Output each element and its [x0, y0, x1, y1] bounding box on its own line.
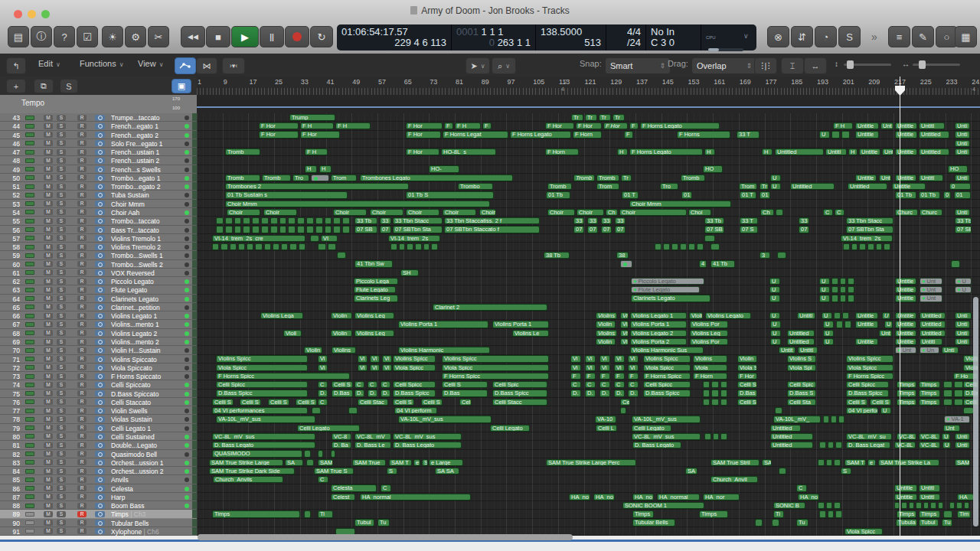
midi-region[interactable] — [620, 407, 626, 414]
midi-region[interactable]: Vi — [599, 364, 610, 371]
track-on-off-button[interactable] — [95, 485, 105, 491]
midi-region-squares[interactable] — [216, 226, 350, 233]
vertical-zoom-thumb[interactable] — [847, 60, 854, 69]
midi-region[interactable]: SONIC BOOM 1 — [622, 502, 704, 509]
track-on-off-button[interactable] — [95, 373, 105, 380]
midi-region[interactable]: D. — [368, 390, 377, 396]
midi-region[interactable]: 33 T — [740, 217, 758, 224]
midi-region[interactable]: Trombo — [458, 183, 493, 190]
midi-region[interactable]: D.Bas — [737, 390, 757, 396]
midi-region[interactable] — [304, 510, 311, 517]
midi-region[interactable]: ●Unt — [920, 295, 942, 302]
vertical-auto-zoom-button[interactable]: ⌶ — [781, 57, 804, 74]
solo-button[interactable]: S — [57, 279, 66, 285]
midi-region[interactable]: 01 T — [622, 191, 639, 198]
midi-region-squares[interactable] — [843, 243, 890, 250]
track-row[interactable]: 47MSRFrench...ustain 1 — [0, 148, 197, 156]
horizontal-zoom-thumb[interactable] — [919, 60, 926, 69]
solo-button[interactable]: S — [57, 339, 66, 345]
midi-region[interactable]: C — [835, 209, 844, 216]
midi-region[interactable]: Choir — [227, 209, 260, 216]
midi-region[interactable]: Untitled — [919, 148, 949, 155]
record-arm-button[interactable]: R — [77, 459, 87, 465]
midi-region[interactable]: Tromb — [573, 174, 595, 181]
midi-region[interactable]: Celli S — [737, 399, 757, 406]
midi-region[interactable]: Untitl — [797, 312, 815, 319]
midi-region[interactable]: VI-14_trem_2s — [841, 235, 893, 242]
track-name[interactable]: D.Bass Spiccato — [111, 390, 181, 398]
track-row[interactable]: 58MSRViolins Tremolo 2 — [0, 243, 197, 251]
track-on-off-button[interactable] — [95, 459, 105, 465]
solo-button[interactable]: S — [57, 304, 66, 310]
midi-region[interactable]: Tro — [660, 183, 678, 190]
mute-button[interactable]: M — [44, 235, 53, 241]
lcd-chevron-icon[interactable]: ∨ — [743, 24, 751, 51]
midi-region[interactable]: Celli S — [296, 399, 317, 406]
midi-region[interactable]: HA_no — [569, 494, 590, 500]
track-on-off-button[interactable] — [95, 390, 105, 396]
midi-region[interactable]: HA_normal — [360, 494, 471, 500]
midi-region[interactable]: Trom — [596, 183, 619, 190]
mute-button[interactable]: M — [44, 477, 53, 483]
midi-region[interactable]: U — [770, 174, 781, 181]
midi-region[interactable]: Untitl — [919, 484, 940, 491]
midi-region[interactable]: Piccolo Lega — [354, 278, 398, 285]
midi-region[interactable]: Violins Por — [690, 338, 728, 345]
midi-region[interactable]: F Hor — [259, 131, 299, 138]
midi-region[interactable]: Tro — [292, 174, 309, 181]
solo-button[interactable]: S — [57, 244, 66, 250]
track-on-off-button[interactable] — [95, 408, 105, 414]
midi-region[interactable] — [704, 235, 715, 242]
solo-button[interactable]: S — [57, 123, 66, 129]
no-overlap-button[interactable]: ⊗ — [767, 26, 789, 47]
mute-button[interactable]: M — [44, 433, 53, 439]
track-row[interactable]: 86MSRCelesta — [0, 484, 197, 493]
midi-region[interactable]: F Hor — [545, 122, 574, 129]
solo-button[interactable]: S — [57, 295, 66, 302]
midi-region[interactable]: Church_Anvils — [213, 476, 283, 483]
midi-region[interactable]: e S — [413, 459, 420, 466]
midi-region[interactable]: Unti — [955, 174, 970, 181]
midi-region[interactable]: Vi — [620, 338, 629, 345]
midi-region[interactable]: Untitle — [892, 183, 926, 190]
midi-region[interactable]: Celli S — [442, 381, 488, 388]
midi-region-squares[interactable] — [212, 243, 305, 250]
midi-region[interactable]: F — [614, 373, 625, 380]
mute-button[interactable]: M — [44, 253, 53, 259]
mute-button[interactable]: M — [44, 339, 53, 345]
midi-region-squares[interactable] — [216, 217, 350, 224]
midi-region[interactable]: Churc — [895, 209, 918, 216]
midi-region[interactable]: SA — [762, 459, 772, 466]
track-name[interactable]: Violins Spiccato — [111, 356, 181, 364]
midi-region[interactable]: 01 T — [740, 191, 756, 198]
midi-region[interactable]: Vi — [370, 355, 380, 362]
solo-button[interactable]: S — [57, 485, 66, 491]
midi-region[interactable]: Tr — [599, 114, 611, 121]
midi-region[interactable]: 01 Tb — [895, 191, 916, 198]
midi-region[interactable]: D.Bass Spicc — [643, 390, 691, 396]
midi-region-squares[interactable] — [703, 399, 727, 406]
midi-region[interactable]: HA_nor — [703, 494, 740, 500]
record-arm-button[interactable]: R — [77, 261, 87, 267]
midi-region[interactable]: F Horns — [677, 131, 730, 138]
solo-button[interactable]: S — [57, 287, 66, 293]
midi-region[interactable]: Cel — [620, 399, 630, 406]
solo-button[interactable]: S — [57, 390, 66, 396]
track-row[interactable]: 78MSRViolas Sustain — [0, 415, 197, 423]
midi-region[interactable]: D. Ba — [332, 442, 351, 448]
midi-region[interactable]: F Hor — [737, 373, 757, 380]
midi-region[interactable]: Untitle — [855, 312, 878, 319]
midi-region[interactable]: Violins Leg — [354, 312, 394, 319]
track-row[interactable]: 80MSRCelli Sustained — [0, 432, 197, 441]
track-row[interactable]: 66MSRViolins Legato 1 — [0, 311, 197, 320]
midi-region[interactable]: Violins Harmonic Sus — [630, 347, 704, 354]
midi-region[interactable]: VA-10L_mV_sus — [398, 416, 492, 422]
mute-button[interactable]: M — [44, 364, 53, 370]
midi-region[interactable]: 33 Tbn Staccatiss. 2 f — [444, 217, 540, 224]
track-row[interactable]: 85MSRAnvils — [0, 475, 197, 484]
midi-region[interactable]: HA_no — [798, 494, 819, 500]
midi-region[interactable]: Celli Spic — [787, 381, 816, 388]
track-on-off-button[interactable] — [95, 528, 105, 534]
midi-region[interactable]: SAM True Strike La — [878, 459, 939, 466]
mute-button[interactable]: M — [44, 166, 53, 172]
